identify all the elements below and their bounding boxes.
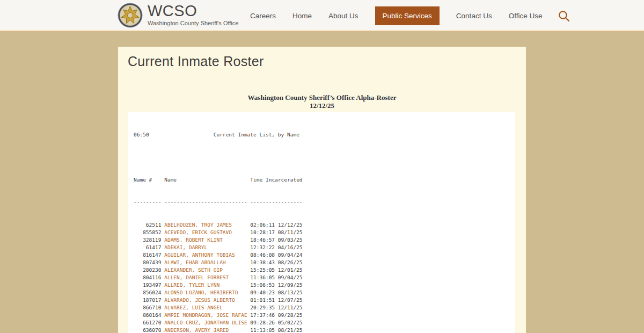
- incarceration-time: 11:13:05 08/21/25: [250, 327, 302, 333]
- roster-row: 62511ABELHOUZEN, TROY JAMES02:06:11 12/1…: [134, 221, 515, 229]
- roster-report: 06:50Current Inmate List, by Name Name #…: [128, 112, 515, 333]
- inmate-name-link[interactable]: AMPIE MONDRAGON, JOSE RAFAE: [164, 312, 250, 319]
- nav-item-about-us[interactable]: About Us: [328, 12, 358, 20]
- inmate-id: 807439: [134, 259, 161, 266]
- incarceration-time: 09:40:23 08/13/25: [250, 289, 302, 295]
- incarceration-time: 18:46:57 09/03/25: [250, 237, 302, 243]
- nav-items: CareersHomeAbout UsPublic ServicesContac…: [250, 6, 542, 25]
- roster-row: 807439ALAWI, EHAB ABDALLAH10:38:43 08/26…: [134, 259, 515, 266]
- inmate-name-link[interactable]: ALLEN, DANIEL FORREST: [164, 274, 250, 281]
- inmate-name-link[interactable]: ADEKAI, DARRYL: [164, 244, 250, 251]
- roster-row: 280230ALEXANDER, SETH GIP15:25:05 12/01/…: [134, 266, 515, 274]
- incarceration-time: 15:25:05 12/01/25: [250, 267, 302, 273]
- inmate-name-link[interactable]: ALVARADO, JESUS ALBERTO: [164, 296, 250, 304]
- roster-row: 860164AMPIE MONDRAGON, JOSE RAFAE17:37:4…: [134, 312, 515, 319]
- inmate-name-link[interactable]: ALONSO LOZANO, HERIBERTO: [164, 289, 250, 296]
- roster-rows: 62511ABELHOUZEN, TROY JAMES02:06:11 12/1…: [134, 221, 515, 333]
- report-header-line: 06:50Current Inmate List, by Name: [134, 131, 515, 139]
- inmate-name-link[interactable]: ACEVEDO, ERICK GUSTAVO: [164, 229, 250, 236]
- roster-row: 856024ALONSO LOZANO, HERIBERTO09:40:23 0…: [134, 289, 515, 296]
- inmate-name-link[interactable]: ABELHOUZEN, TROY JAMES: [164, 221, 250, 229]
- site-header: WCSO Washington County Sheriff's Office …: [0, 0, 644, 31]
- roster-row: 636070ANDERSON, AVERY JARED11:13:05 08/2…: [134, 327, 515, 333]
- inmate-name-link[interactable]: ANALCO-CRUZ, JONATHAN ULISE: [164, 319, 250, 327]
- report-time: 06:50: [134, 132, 149, 137]
- divider-line: --------- --------------------------- --…: [134, 199, 515, 206]
- inmate-name-link[interactable]: ANDERSON, AVERY JARED: [164, 327, 250, 333]
- roster-heading-block: Washington County Sheriff’s Office Alpha…: [118, 93, 526, 110]
- inmate-name-link[interactable]: ALLRED, TYLER LYNN: [164, 281, 250, 289]
- inmate-id: 856024: [134, 289, 161, 296]
- search-button[interactable]: [556, 8, 572, 24]
- content-panel: Current Inmate Roster Washington County …: [118, 47, 526, 333]
- inmate-name-link[interactable]: ALAWI, EHAB ABDALLAH: [164, 259, 250, 266]
- blank-line: [134, 154, 515, 161]
- nav-item-contact-us[interactable]: Contact Us: [456, 12, 492, 20]
- inmate-id: 661270: [134, 319, 161, 327]
- incarceration-time: 08:46:08 09/04/24: [250, 252, 302, 258]
- brand-subtitle: Washington County Sheriff's Office: [148, 20, 238, 26]
- roster-row: 328119ADAMS, ROBERT KLINT18:46:57 09/03/…: [134, 236, 515, 244]
- roster-heading: Washington County Sheriff’s Office Alpha…: [118, 93, 526, 102]
- incarceration-time: 15:06:53 12/09/25: [250, 282, 302, 288]
- inmate-id: 860164: [134, 312, 161, 319]
- roster-date: 12/12/25: [118, 102, 526, 110]
- roster-row: 855852ACEVEDO, ERICK GUSTAVO10:28:17 08/…: [134, 229, 515, 236]
- inmate-id: 62511: [134, 221, 161, 229]
- inmate-id: 866710: [134, 304, 161, 312]
- roster-row: 661270ANALCO-CRUZ, JONATHAN ULISE09:28:2…: [134, 319, 515, 327]
- nav-item-office-use[interactable]: Office Use: [509, 12, 543, 20]
- search-icon: [557, 9, 570, 23]
- column-headers-line: Name # Name Time Incarcerated: [134, 176, 515, 184]
- roster-row: 193497ALLRED, TYLER LYNN15:06:53 12/09/2…: [134, 281, 515, 289]
- sheriff-badge-icon: [118, 3, 143, 28]
- main-nav: CareersHomeAbout UsPublic ServicesContac…: [250, 0, 572, 31]
- roster-row: 866710ALVAREZ, LUIS ANGEL20:29:35 12/11/…: [134, 304, 515, 312]
- inmate-id: 636070: [134, 327, 161, 333]
- inmate-id: 816147: [134, 251, 161, 259]
- roster-row: 816147AGUILAR, ANTHONY TOBIAS08:46:08 09…: [134, 251, 515, 259]
- inmate-name-link[interactable]: AGUILAR, ANTHONY TOBIAS: [164, 251, 250, 259]
- incarceration-time: 01:01:51 12/07/25: [250, 297, 302, 303]
- sheriff-badge-logo-icon[interactable]: [118, 3, 143, 28]
- inmate-name-link[interactable]: ALEXANDER, SETH GIP: [164, 266, 250, 274]
- inmate-name-link[interactable]: ALVAREZ, LUIS ANGEL: [164, 304, 250, 312]
- roster-row: 804116ALLEN, DANIEL FORREST11:36:05 09/0…: [134, 274, 515, 281]
- incarceration-time: 10:28:17 08/11/25: [250, 229, 302, 235]
- incarceration-time: 10:38:43 08/26/25: [250, 259, 302, 265]
- nav-item-public-services[interactable]: Public Services: [375, 6, 440, 25]
- inmate-id: 193497: [134, 281, 161, 289]
- incarceration-time: 02:06:11 12/12/25: [250, 222, 302, 228]
- inmate-id: 804116: [134, 274, 161, 281]
- report-title: Current Inmate List, by Name: [214, 132, 299, 137]
- incarceration-time: 11:36:05 09/04/25: [250, 274, 302, 280]
- brand-title[interactable]: WCSO: [148, 3, 238, 19]
- inmate-id: 280230: [134, 266, 161, 274]
- inmate-name-link[interactable]: ADAMS, ROBERT KLINT: [164, 236, 250, 244]
- nav-item-home[interactable]: Home: [292, 12, 312, 20]
- inmate-id: 328119: [134, 236, 161, 244]
- roster-row: 61417ADEKAI, DARRYL12:32:22 04/16/25: [134, 244, 515, 251]
- page-title: Current Inmate Roster: [128, 54, 526, 69]
- incarceration-time: 20:29:35 12/11/25: [250, 305, 302, 310]
- incarceration-time: 17:37:46 09/28/25: [250, 312, 302, 318]
- inmate-id: 61417: [134, 244, 161, 251]
- roster-row: 187017ALVARADO, JESUS ALBERTO01:01:51 12…: [134, 296, 515, 304]
- nav-item-careers[interactable]: Careers: [250, 12, 276, 20]
- incarceration-time: 09:28:26 05/02/25: [250, 320, 302, 325]
- brand-text: WCSO Washington County Sheriff's Office: [148, 3, 238, 26]
- inmate-id: 855852: [134, 229, 161, 236]
- incarceration-time: 12:32:22 04/16/25: [250, 244, 302, 250]
- inmate-id: 187017: [134, 296, 161, 304]
